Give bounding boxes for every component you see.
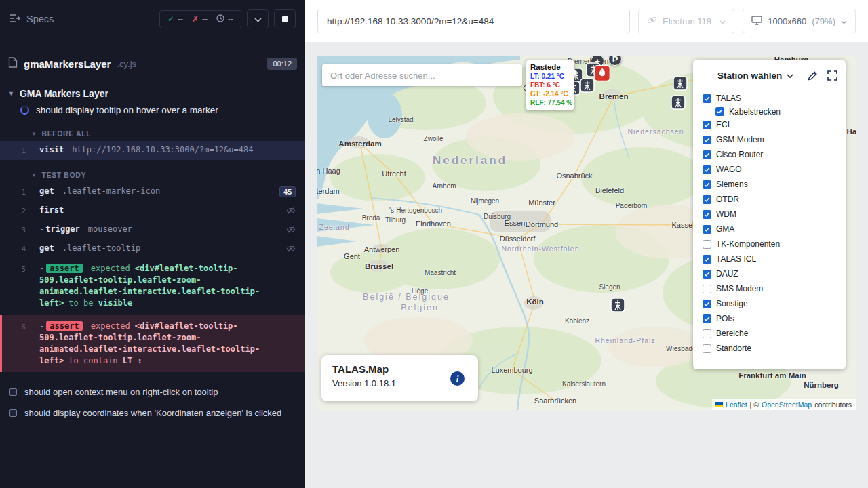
info-icon[interactable]: i: [450, 371, 465, 386]
alarm-marker-icon[interactable]: [594, 65, 611, 85]
fullscreen-icon[interactable]: [827, 70, 837, 81]
layer-checkbox[interactable]: [703, 136, 711, 144]
hidden-element-icon: [286, 225, 296, 238]
command-number: 6: [2, 321, 39, 333]
tooltip-measurement-row: GT: -2.14 °C: [530, 89, 570, 98]
station-marker-icon[interactable]: [610, 298, 625, 315]
layer-toggle-row[interactable]: OTDR: [703, 192, 837, 207]
leaflet-link[interactable]: Leaflet: [726, 401, 747, 409]
station-select-dropdown[interactable]: Station wählen: [717, 69, 793, 81]
stop-button[interactable]: [274, 9, 296, 28]
pending-test-row[interactable]: should open context menu on right-click …: [0, 382, 305, 403]
command-row[interactable]: 2first: [0, 201, 305, 220]
layer-checkbox[interactable]: [703, 270, 711, 279]
command-row[interactable]: 5-assert expected <div#leaflet-tooltip-5…: [0, 258, 305, 314]
layer-toggle-row[interactable]: Standorte: [703, 341, 837, 356]
suite-row[interactable]: ▼ GMA Markers Layer: [0, 85, 305, 102]
active-test-row[interactable]: should display tooltip on hover over a m…: [0, 102, 305, 119]
layer-toggle-row[interactable]: POIs: [703, 311, 837, 326]
layer-toggle-row[interactable]: Sonstige: [703, 296, 837, 311]
pending-test-row[interactable]: should display coordinates when 'Koordin…: [0, 403, 305, 424]
layer-toggle-row[interactable]: SMS Modem: [703, 281, 837, 296]
layer-checkbox[interactable]: [703, 210, 711, 219]
command-row[interactable]: 4get.leaflet-tooltip: [0, 239, 305, 258]
test-stats-group[interactable]: ✓-- ✗-- --: [159, 10, 241, 28]
layer-checkbox[interactable]: [703, 344, 711, 353]
search-input[interactable]: [322, 64, 522, 86]
layer-toggle-row[interactable]: WAGO: [703, 162, 837, 177]
layer-toggle-row[interactable]: TK-Komponenten: [703, 237, 837, 251]
station-marker-icon[interactable]: [671, 95, 686, 113]
layer-checkbox[interactable]: [703, 150, 711, 159]
layer-checkbox[interactable]: [703, 195, 711, 204]
layer-checkbox[interactable]: [703, 180, 711, 189]
layer-checkbox[interactable]: [703, 240, 711, 249]
hook-before-all-header[interactable]: ▼ BEFORE ALL: [0, 127, 305, 141]
command-count-badge: 45: [279, 186, 296, 197]
marker-tooltip[interactable]: Rastede LT: 0.21 °CFBT: 6 °CGT: -2.14 °C…: [526, 60, 574, 110]
chevron-down-icon: [719, 16, 726, 26]
layer-checkbox[interactable]: [703, 329, 711, 338]
layer-toggle-row[interactable]: WDM: [703, 207, 837, 222]
layer-checkbox[interactable]: [703, 225, 711, 234]
map-attribution: Leaflet | © OpenStreetMap contributors: [712, 399, 856, 410]
command-number: 1: [0, 144, 39, 157]
ukraine-flag-icon: [715, 402, 723, 407]
runner-header: Specs ✓-- ✗-- --: [0, 0, 305, 38]
layer-checkbox[interactable]: [703, 300, 711, 308]
station-marker-icon[interactable]: [673, 76, 688, 94]
layer-toggle-row[interactable]: ECI: [703, 117, 837, 132]
url-input[interactable]: [317, 9, 630, 33]
specs-menu-button[interactable]: Specs: [9, 14, 54, 25]
edit-pencil-icon[interactable]: [808, 70, 818, 81]
hook-test-body-header[interactable]: ▼ TEST BODY: [0, 169, 305, 182]
app-version: Version 1.0.18.1: [332, 378, 467, 388]
version-card: TALAS.Map Version 1.0.18.1 i: [321, 355, 478, 401]
test-title: should display coordinates when 'Koordin…: [24, 408, 281, 418]
command-row[interactable]: 1get.leaflet-marker-icon45: [0, 182, 305, 201]
spec-file-icon: [8, 57, 18, 70]
tooltip-measurement-row: FBT: 6 °C: [530, 81, 570, 89]
layer-toggle-row[interactable]: Siemens: [703, 177, 837, 192]
layer-label: OTDR: [716, 195, 739, 204]
layer-toggle-row[interactable]: GSM Modem: [703, 132, 837, 147]
layer-checkbox[interactable]: [703, 285, 711, 293]
command-row[interactable]: 3-triggermouseover: [0, 220, 305, 239]
layer-toggle-row[interactable]: DAUZ: [703, 266, 837, 281]
browser-label: Electron 118: [663, 16, 711, 26]
spec-file-bar[interactable]: gmaMarkersLayer.cy.js 00:12: [8, 53, 297, 75]
layer-toggle-row[interactable]: GMA: [703, 222, 837, 237]
collapse-all-button[interactable]: [247, 9, 269, 28]
layer-label: Standorte: [716, 344, 751, 353]
layer-toggle-row[interactable]: Kabelstrecken: [703, 106, 837, 117]
layer-label: POIs: [716, 314, 734, 323]
stop-icon: [282, 16, 288, 22]
specs-label: Specs: [26, 14, 54, 24]
layer-label: Siemens: [716, 180, 748, 189]
layer-toggle-row[interactable]: Cisco Router: [703, 147, 837, 162]
cross-icon: ✗: [192, 14, 199, 24]
layer-toggle-row[interactable]: Bereiche: [703, 326, 837, 341]
layer-checkbox[interactable]: [703, 314, 711, 323]
map[interactable]: HamburgBremerhavenOldenburgBremenGroning…: [317, 56, 856, 410]
app-title: TALAS.Map: [332, 363, 467, 375]
command-row[interactable]: 6-assert expected <div#leaflet-tooltip-5…: [0, 315, 305, 372]
station-marker-icon[interactable]: [580, 78, 595, 96]
viewport-selector[interactable]: 1000x660 (79%): [743, 9, 856, 33]
command-number: 5: [0, 263, 39, 275]
spec-extension: .cy.js: [117, 59, 136, 69]
layer-checkbox[interactable]: [703, 255, 711, 264]
layer-toggle-row[interactable]: TALAS: [703, 91, 837, 106]
layer-checkbox[interactable]: [703, 121, 711, 129]
layer-label: WDM: [716, 209, 736, 219]
command-row[interactable]: 1visithttp://192.168.10.33:3000/?m=12&u=…: [0, 141, 305, 160]
layer-checkbox[interactable]: [715, 107, 724, 116]
stat-failed: ✗--: [192, 14, 208, 24]
osm-link[interactable]: OpenStreetMap: [762, 401, 812, 409]
layer-checkbox[interactable]: [703, 94, 711, 103]
layer-checkbox[interactable]: [703, 165, 711, 174]
layer-toggle-row[interactable]: TALAS ICL: [703, 251, 837, 266]
viewport-zoom: (79%): [812, 16, 835, 26]
browser-selector[interactable]: Electron 118: [638, 9, 734, 33]
layer-label: Cisco Router: [716, 150, 763, 159]
